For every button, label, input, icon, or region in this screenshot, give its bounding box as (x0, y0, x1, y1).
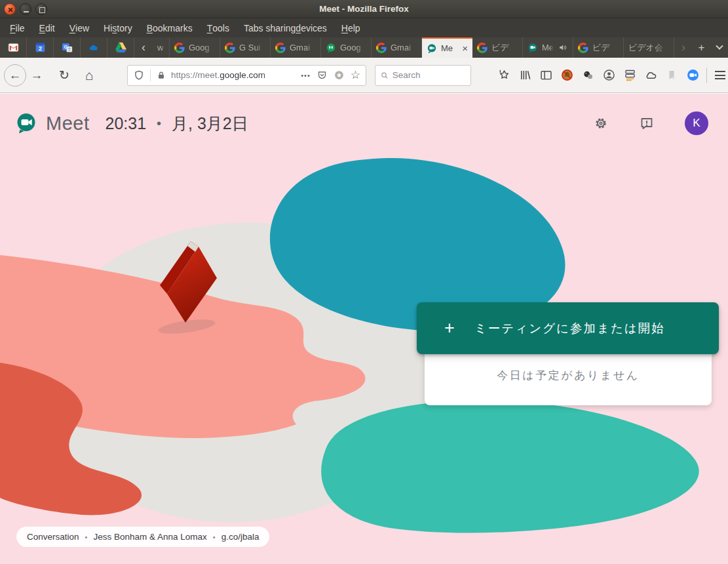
tab-title: Goog (340, 43, 366, 52)
account-extension-icon[interactable] (602, 68, 616, 82)
zoom-video-extension-icon[interactable] (686, 68, 700, 82)
new-tab-button[interactable]: + (693, 37, 710, 58)
tab-title: Me (441, 43, 453, 53)
chevron-down-icon (716, 42, 723, 49)
tab[interactable]: w (153, 37, 170, 58)
menu-bookmarks[interactable]: Bookmarks (140, 18, 200, 37)
back-button[interactable]: ← (4, 64, 26, 87)
caption-part: g.co/jbala (221, 532, 259, 542)
menu-file[interactable]: File (3, 18, 32, 37)
tab-meet-audio[interactable]: Me (523, 37, 573, 58)
close-tab-icon[interactable]: × (462, 43, 468, 53)
meet-favicon (527, 43, 538, 53)
search-icon (380, 70, 389, 81)
meet-logo-icon[interactable] (14, 111, 38, 135)
notification-blocker-extension-icon[interactable] (560, 68, 574, 82)
join-button-label: ミーティングに参加または開始 (455, 320, 719, 336)
star-ribbon-icon[interactable] (497, 68, 511, 82)
search-bar[interactable] (375, 65, 471, 86)
menu-tabs-sharing-devices[interactable]: Tabs sharing devices (237, 18, 334, 37)
plus-icon: + (444, 319, 455, 337)
url-bar[interactable]: https://meet.google.com ••• ☆ (127, 65, 366, 86)
current-date: 月, 3月2日 (172, 113, 248, 134)
meet-brand-title: Meet (46, 113, 89, 134)
tab[interactable]: Goog (321, 37, 372, 58)
lock-icon[interactable] (156, 70, 166, 81)
tab-audio-speaker-icon[interactable] (558, 43, 568, 52)
tab[interactable]: ビデ (573, 37, 624, 58)
tab[interactable]: ビデ (472, 37, 523, 58)
feedback-icon[interactable] (639, 115, 655, 131)
tab[interactable]: G Sui (220, 37, 271, 58)
bookmark-flag-extension-icon[interactable] (665, 68, 679, 82)
proxy-server-extension-icon[interactable] (623, 68, 637, 82)
window-title: Meet - Mozilla Firefox (319, 4, 409, 14)
tab-meet-active[interactable]: Me × (422, 37, 472, 58)
menu-edit[interactable]: Edit (32, 18, 62, 37)
menu-history[interactable]: History (96, 18, 140, 37)
bookmark-star-icon[interactable]: ☆ (351, 68, 360, 82)
reload-button[interactable]: ↻ (54, 68, 75, 83)
empty-schedule-text: 今日は予定がありません (497, 368, 639, 383)
tab-title: Me (542, 43, 554, 52)
pinned-tab-calendar[interactable]: 2 (27, 37, 54, 58)
cloud-extension-icon[interactable] (644, 68, 658, 82)
meet-header-actions: K (593, 111, 708, 135)
sidebar-icon[interactable] (539, 68, 553, 82)
pinned-tab-gmail[interactable] (0, 37, 27, 58)
page-actions-dots-icon[interactable]: ••• (301, 71, 311, 79)
google-favicon (376, 43, 387, 53)
hangouts-favicon (326, 43, 336, 53)
window-controls (4, 3, 47, 15)
scroll-tabs-right-button[interactable]: › (674, 37, 693, 58)
google-favicon (477, 43, 488, 53)
page-action-circle-star-icon[interactable] (334, 70, 345, 81)
menu-tools[interactable]: Tools (200, 18, 237, 37)
menubar-items: FileEditViewHistoryBookmarksToolsTabs sh… (0, 18, 728, 37)
tab[interactable]: Gmai (271, 37, 321, 58)
home-button[interactable]: ⌂ (79, 68, 100, 83)
spheres-extension-icon[interactable] (581, 68, 595, 82)
tab-title: Gmai (391, 43, 417, 52)
clock-time: 20:31 (105, 114, 146, 133)
svg-text:文: 文 (67, 47, 71, 51)
close-window-button[interactable] (4, 3, 16, 15)
caption-dot: • (213, 533, 216, 541)
pinned-tab-onedrive[interactable] (81, 37, 107, 58)
settings-gear-icon[interactable] (593, 115, 609, 131)
account-avatar[interactable]: K (685, 111, 708, 135)
pinned-tab-translate[interactable]: G文 (54, 37, 81, 58)
maximize-window-button[interactable] (35, 3, 47, 15)
svg-text:2: 2 (39, 45, 42, 52)
tab[interactable]: Gmai (372, 37, 422, 58)
pocket-icon[interactable] (316, 70, 328, 81)
google-favicon (275, 43, 286, 53)
url-domain: google.com (220, 70, 265, 80)
tab[interactable]: ビデオ会 (624, 37, 674, 58)
forward-button[interactable]: → (26, 68, 47, 83)
tab-title: Goog (189, 43, 215, 52)
minimize-window-button[interactable] (20, 3, 31, 15)
list-all-tabs-button[interactable] (710, 37, 728, 58)
browser-toolbar-icons (497, 68, 700, 82)
menu-hamburger-button[interactable] (715, 71, 725, 79)
tab-title: Gmai (290, 43, 316, 52)
window-titlebar: Meet - Mozilla Firefox (0, 0, 728, 18)
tabbar-controls: › + (674, 37, 728, 58)
search-input[interactable] (393, 70, 466, 80)
scroll-tabs-left-button[interactable]: ‹ (134, 37, 153, 58)
tab-title: G Sui (239, 43, 265, 52)
gmail-icon (8, 42, 19, 53)
join-or-start-meeting-button[interactable]: + ミーティングに参加または開始 (417, 302, 719, 354)
menu-help[interactable]: Help (334, 18, 368, 37)
avatar-initial: K (693, 117, 700, 130)
pinned-tab-drive[interactable] (107, 37, 134, 58)
artwork-attribution-caption: Conversation • Jess Bonham & Anna Lomax … (16, 527, 269, 547)
google-translate-icon: G文 (62, 42, 73, 53)
library-icon[interactable] (518, 68, 532, 82)
google-favicon (578, 43, 588, 53)
tab[interactable]: Goog (170, 37, 220, 58)
menu-view[interactable]: View (62, 18, 96, 37)
tracking-protection-shield-icon[interactable] (133, 70, 145, 81)
tab-title: w (157, 43, 164, 52)
